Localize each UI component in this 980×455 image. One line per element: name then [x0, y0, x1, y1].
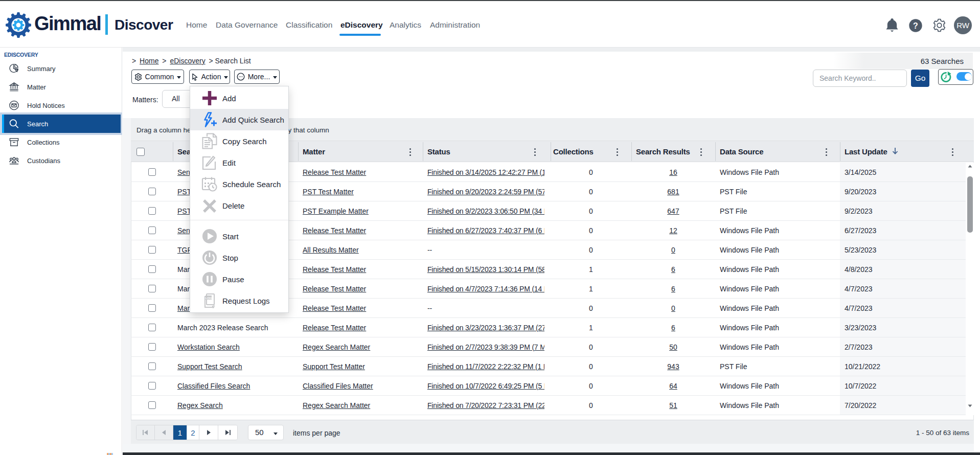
svg-text:?: ? [913, 21, 918, 30]
svg-text:LOG: LOG [206, 297, 212, 300]
